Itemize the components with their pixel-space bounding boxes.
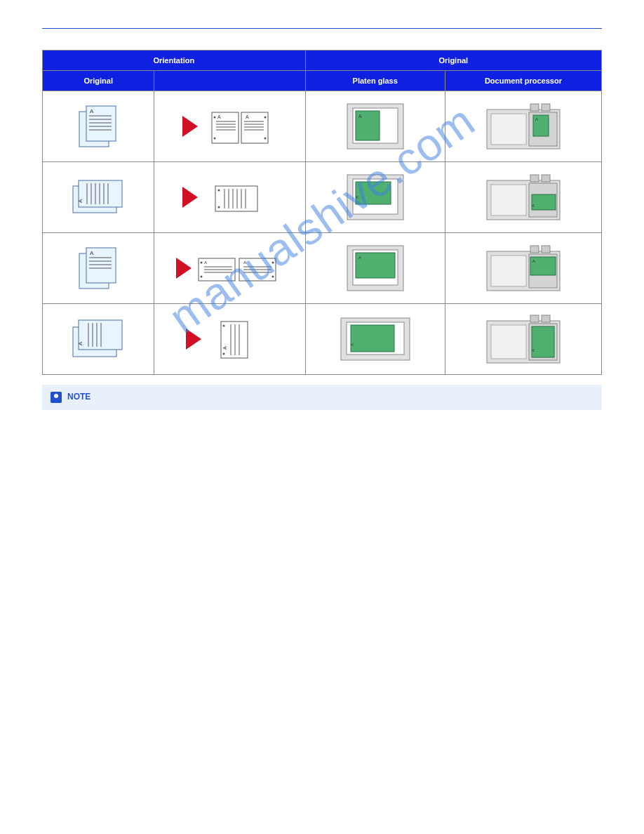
svg-point-48	[218, 206, 220, 208]
th-original: Original	[305, 51, 601, 71]
th-docproc: Document processor	[445, 71, 601, 91]
svg-text:A: A	[90, 250, 94, 256]
svg-text:A: A	[246, 114, 249, 119]
svg-rect-62	[491, 185, 526, 216]
cell-output-1: A A	[154, 91, 305, 162]
platen-wide-icon: A	[337, 311, 414, 367]
svg-rect-30	[530, 104, 539, 111]
svg-rect-9	[212, 112, 239, 143]
svg-text:A: A	[358, 256, 361, 260]
cell-docproc-4: A	[445, 304, 601, 375]
svg-point-18	[264, 117, 267, 119]
svg-rect-123	[532, 326, 554, 357]
platen-portrait-icon: A	[340, 98, 410, 154]
docproc-portrait-tall-icon: A	[481, 311, 565, 367]
svg-text:A: A	[531, 204, 535, 207]
svg-point-83	[272, 276, 274, 278]
svg-rect-37	[79, 180, 122, 207]
svg-point-109	[223, 353, 225, 355]
svg-text:A: A	[217, 114, 221, 119]
svg-rect-46	[215, 186, 257, 211]
svg-rect-60	[530, 175, 539, 182]
svg-rect-31	[542, 104, 550, 111]
svg-rect-121	[491, 325, 526, 359]
svg-rect-95	[491, 256, 526, 286]
svg-point-76	[201, 276, 203, 278]
svg-rect-120	[542, 315, 550, 322]
svg-text:A: A	[77, 341, 83, 345]
svg-point-108	[223, 325, 225, 327]
svg-text:A: A	[358, 114, 362, 119]
orientation-sizes-table: Orientation Original Original Platen gla…	[42, 50, 602, 375]
cell-docproc-3: A	[445, 233, 601, 304]
table-row: A A A	[43, 233, 602, 304]
th-orientation: Orientation	[43, 51, 306, 71]
arrow-output-portrait-icon: A	[180, 315, 279, 364]
note-icon	[51, 392, 62, 403]
svg-rect-61	[542, 175, 550, 182]
landscape-pages-icon: A	[63, 176, 133, 218]
cell-original-3: A	[43, 233, 154, 304]
arrow-output-landscape-pair-icon: A A	[173, 247, 286, 289]
cell-original-4: A	[43, 304, 154, 375]
cell-platen-1: A	[305, 91, 445, 162]
svg-rect-32	[491, 114, 526, 145]
table-row: A A A	[43, 91, 602, 162]
svg-text:A: A	[77, 199, 83, 203]
svg-marker-45	[182, 187, 198, 208]
cell-docproc-1: A	[445, 91, 601, 162]
svg-rect-93	[530, 246, 539, 253]
landscape-pages-icon: A	[63, 315, 133, 364]
svg-text:A: A	[350, 343, 354, 346]
note-box: NOTE	[42, 385, 602, 410]
th-output	[154, 71, 305, 91]
portrait-pages-icon: A	[67, 244, 130, 293]
cell-original-1: A	[43, 91, 154, 162]
portrait-pages-icon: A	[67, 102, 130, 151]
docproc-landscape-icon: A	[481, 171, 565, 224]
note-label: NOTE	[67, 392, 90, 402]
svg-point-11	[214, 138, 216, 140]
cell-output-4: A	[154, 304, 305, 375]
svg-point-82	[272, 262, 274, 264]
svg-text:A: A	[532, 259, 535, 263]
th-platen: Platen glass	[305, 71, 445, 91]
cell-platen-4: A	[305, 304, 445, 375]
svg-rect-94	[542, 246, 550, 253]
svg-text:A: A	[531, 349, 535, 352]
svg-point-75	[201, 262, 203, 264]
cell-output-2	[154, 162, 305, 233]
svg-point-19	[264, 138, 267, 140]
svg-rect-90	[356, 253, 395, 278]
platen-landscape-wide-icon: A	[340, 240, 410, 296]
th-original-sub: Original	[43, 71, 154, 91]
svg-rect-100	[79, 320, 122, 350]
svg-rect-116	[351, 325, 394, 352]
table-row: A A A	[43, 304, 602, 375]
svg-text:A: A	[243, 260, 246, 265]
svg-text:A: A	[222, 346, 227, 350]
table-row: A	[43, 162, 602, 233]
svg-text:A: A	[90, 108, 94, 114]
header-rule	[42, 28, 602, 29]
svg-text:A: A	[535, 117, 538, 121]
cell-original-2: A	[43, 162, 154, 233]
svg-text:A: A	[355, 196, 359, 199]
svg-marker-8	[182, 116, 198, 137]
arrow-output-landscape-icon	[177, 176, 282, 218]
docproc-landscape-wide-icon: A	[481, 241, 565, 295]
svg-rect-119	[530, 315, 539, 322]
svg-point-10	[214, 117, 216, 119]
svg-point-47	[218, 190, 220, 192]
platen-landscape-icon: A	[340, 169, 410, 225]
arrow-output-icon: A A	[177, 102, 282, 151]
cell-docproc-2: A	[445, 162, 601, 233]
svg-marker-73	[176, 258, 192, 279]
svg-marker-106	[186, 329, 201, 350]
docproc-portrait-icon: A	[481, 100, 565, 153]
svg-rect-57	[356, 182, 391, 204]
svg-rect-107	[221, 322, 248, 358]
cell-platen-2: A	[305, 162, 445, 233]
cell-platen-3: A	[305, 233, 445, 304]
svg-rect-64	[532, 194, 556, 210]
